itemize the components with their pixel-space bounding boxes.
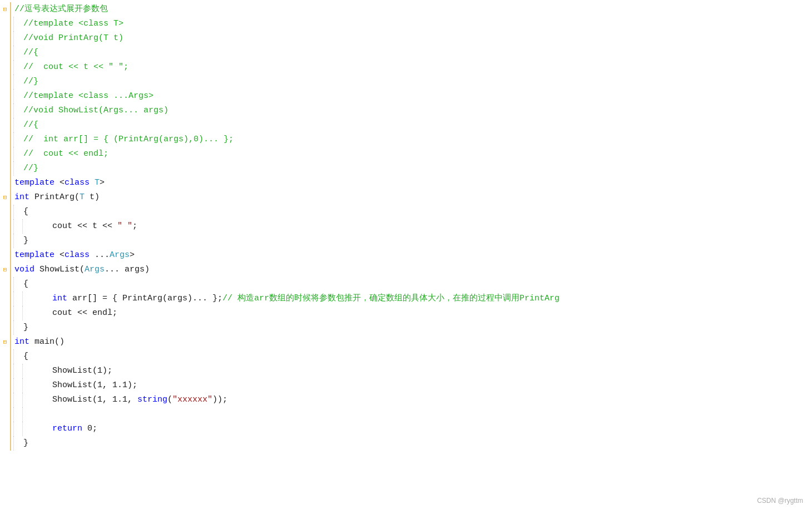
indent-guide bbox=[13, 103, 21, 118]
line-content: //{ bbox=[21, 46, 812, 60]
section-line bbox=[10, 17, 11, 31]
code-area: ⊟//逗号表达式展开参数包//template <class T>//void … bbox=[0, 0, 812, 453]
line-content: } bbox=[21, 234, 812, 248]
gutter-marker[interactable]: ⊟ bbox=[0, 263, 10, 277]
code-line: ⊟int PrintArg(T t) bbox=[0, 190, 812, 205]
code-line: template <class T> bbox=[0, 176, 812, 190]
gutter-marker[interactable]: ⊟ bbox=[0, 190, 10, 205]
line-content: { bbox=[21, 205, 812, 219]
indent-guide bbox=[13, 17, 21, 31]
line-content: // cout << endl; bbox=[21, 147, 812, 161]
code-line: // cout << endl; bbox=[0, 147, 812, 161]
code-line: } bbox=[0, 234, 812, 248]
section-line bbox=[10, 89, 11, 103]
section-line bbox=[10, 118, 11, 132]
gutter-marker[interactable]: ⊟ bbox=[0, 335, 10, 349]
line-content: ShowList(1); bbox=[30, 364, 812, 378]
section-line bbox=[10, 349, 11, 364]
indent-guide bbox=[13, 147, 21, 161]
indent-guide bbox=[22, 407, 30, 422]
code-line: template <class ...Args> bbox=[0, 248, 812, 263]
indent-guide bbox=[13, 378, 21, 393]
code-line: //} bbox=[0, 75, 812, 89]
line-content: //{ bbox=[21, 118, 812, 132]
line-content: int PrintArg(T t) bbox=[12, 190, 812, 205]
indent-guide bbox=[13, 320, 21, 335]
line-content: //template <class T> bbox=[21, 17, 812, 31]
indent-guide bbox=[13, 132, 21, 147]
line-content: //} bbox=[21, 75, 812, 89]
code-line: ⊟void ShowList(Args... args) bbox=[0, 263, 812, 277]
indent-guide bbox=[13, 422, 21, 436]
indent-guide bbox=[13, 89, 21, 103]
section-line bbox=[10, 436, 11, 451]
section-line bbox=[10, 248, 11, 263]
code-line: { bbox=[0, 205, 812, 219]
section-line bbox=[10, 219, 11, 234]
section-line bbox=[10, 176, 11, 190]
code-line: // cout << t << " "; bbox=[0, 60, 812, 75]
section-line bbox=[10, 320, 11, 335]
line-content: //void PrintArg(T t) bbox=[21, 31, 812, 46]
indent-guide bbox=[22, 422, 30, 436]
indent-guide bbox=[13, 306, 21, 320]
section-line bbox=[10, 205, 11, 219]
line-content: cout << t << " "; bbox=[30, 219, 812, 234]
line-content: ShowList(1, 1.1); bbox=[30, 378, 812, 393]
indent-guide bbox=[13, 118, 21, 132]
section-line bbox=[10, 291, 11, 306]
section-line bbox=[10, 335, 11, 349]
line-content: int main() bbox=[12, 335, 812, 349]
section-line bbox=[10, 60, 11, 75]
code-line: //void ShowList(Args... args) bbox=[0, 103, 812, 118]
section-line bbox=[10, 132, 11, 147]
code-line: //void PrintArg(T t) bbox=[0, 31, 812, 46]
section-line bbox=[10, 75, 11, 89]
code-line: } bbox=[0, 320, 812, 335]
line-content: //逗号表达式展开参数包 bbox=[12, 2, 812, 17]
code-line: ⊟//逗号表达式展开参数包 bbox=[0, 2, 812, 17]
indent-guide bbox=[22, 378, 30, 393]
line-content: // cout << t << " "; bbox=[21, 60, 812, 75]
section-line bbox=[10, 393, 11, 407]
watermark: CSDN @rygttm bbox=[757, 497, 803, 505]
section-line bbox=[10, 263, 11, 277]
code-line: ShowList(1, 1.1); bbox=[0, 378, 812, 393]
indent-guide bbox=[22, 219, 30, 234]
line-content: template <class ...Args> bbox=[12, 248, 812, 263]
indent-guide bbox=[13, 60, 21, 75]
section-line bbox=[10, 234, 11, 248]
code-line: { bbox=[0, 349, 812, 364]
code-line: { bbox=[0, 277, 812, 291]
indent-guide bbox=[13, 277, 21, 291]
indent-guide bbox=[13, 291, 21, 306]
indent-guide bbox=[13, 46, 21, 60]
line-content: { bbox=[21, 277, 812, 291]
section-line bbox=[10, 46, 11, 60]
indent-guide bbox=[13, 393, 21, 407]
line-content: //} bbox=[21, 161, 812, 176]
code-line: ShowList(1, 1.1, string("xxxxxx")); bbox=[0, 393, 812, 407]
line-content: //template <class ...Args> bbox=[21, 89, 812, 103]
code-line: //{ bbox=[0, 118, 812, 132]
indent-guide bbox=[13, 205, 21, 219]
indent-guide bbox=[13, 75, 21, 89]
section-line bbox=[10, 378, 11, 393]
indent-guide bbox=[22, 393, 30, 407]
line-content: // int arr[] = { (PrintArg(args),0)... }… bbox=[21, 132, 812, 147]
section-line bbox=[10, 277, 11, 291]
code-line: //{ bbox=[0, 46, 812, 60]
indent-guide bbox=[22, 306, 30, 320]
indent-guide bbox=[13, 161, 21, 176]
indent-guide bbox=[13, 364, 21, 378]
gutter-marker[interactable]: ⊟ bbox=[0, 2, 10, 17]
code-line: ⊟int main() bbox=[0, 335, 812, 349]
line-content: void ShowList(Args... args) bbox=[12, 263, 812, 277]
indent-guide bbox=[13, 219, 21, 234]
indent-guide bbox=[13, 349, 21, 364]
section-line bbox=[10, 190, 11, 205]
indent-guide bbox=[13, 436, 21, 451]
section-line bbox=[10, 407, 11, 422]
line-content: } bbox=[21, 436, 812, 451]
line-content: return 0; bbox=[30, 422, 812, 436]
